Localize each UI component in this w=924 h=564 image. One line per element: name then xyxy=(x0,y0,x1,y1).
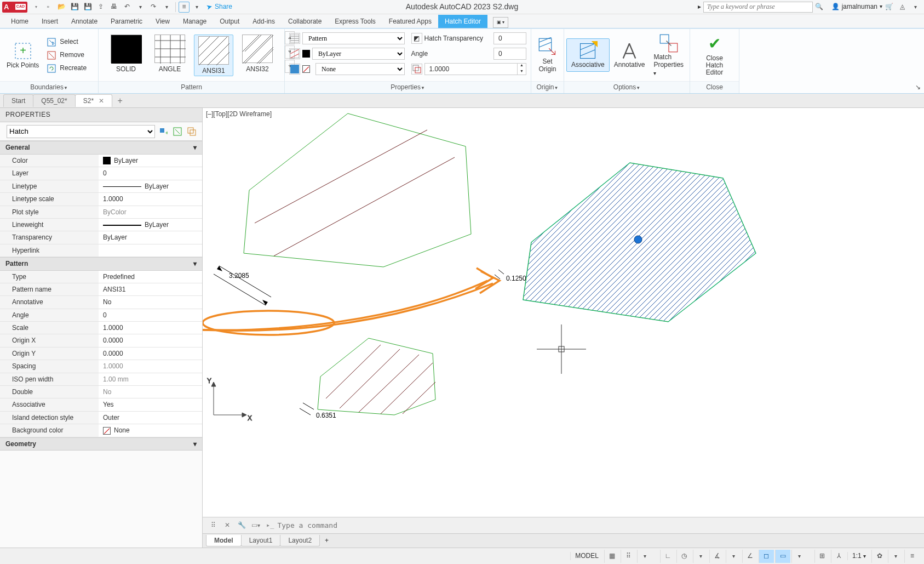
cmd-wrench-icon[interactable]: 🔧 xyxy=(236,520,248,532)
object-type-select[interactable]: Hatch xyxy=(7,125,155,138)
qat-plot-icon[interactable]: 🖶 xyxy=(108,1,120,13)
status-custom-drop[interactable]: ▾ xyxy=(888,550,903,563)
status-polar-drop[interactable]: ▾ xyxy=(693,550,708,563)
menu-tab-hatch-editor[interactable]: Hatch Editor xyxy=(438,15,487,28)
status-annoscale-icon[interactable]: ⅄ xyxy=(831,550,846,563)
pattern-swatch-ansi32[interactable]: ANSI32 xyxy=(238,35,277,76)
select-objects-icon[interactable] xyxy=(171,126,183,138)
prop-row-transparency[interactable]: TransparencyByLayer xyxy=(0,231,202,244)
pattern-swatch-ansi31[interactable]: ANSI31 xyxy=(194,35,233,76)
qat-save-icon[interactable]: 💾 xyxy=(68,1,81,13)
annotative-toggle[interactable]: Annotative xyxy=(610,39,650,71)
transparency-value[interactable]: 0 xyxy=(494,35,507,42)
share-button[interactable]: Share xyxy=(206,3,232,12)
cmd-close-icon[interactable]: ✕ xyxy=(221,520,233,532)
menu-tab-view[interactable]: View xyxy=(149,15,176,28)
layout-tab-layout1[interactable]: Layout1 xyxy=(241,535,281,546)
menu-tab-parametric[interactable]: Parametric xyxy=(104,15,149,28)
prop-row-scale[interactable]: Scale1.0000 xyxy=(0,322,202,334)
toggle-pickadd-icon[interactable]: + xyxy=(157,126,169,138)
status-snap-drop[interactable]: ▾ xyxy=(637,550,652,563)
drawing-canvas[interactable]: [–][Top][2D Wireframe] 3.2085 xyxy=(203,108,924,517)
qat-open-icon[interactable]: 📂 xyxy=(55,1,67,13)
status-osnap-icon[interactable]: ◻ xyxy=(759,550,774,563)
associative-toggle[interactable]: Associative xyxy=(566,38,610,71)
app-dropdown[interactable]: ▾ xyxy=(909,1,921,13)
qat-undo-icon[interactable]: ↶ xyxy=(121,1,133,13)
set-origin-button[interactable]: SetOrigin xyxy=(533,35,562,75)
status-menu-icon[interactable]: ≡ xyxy=(904,550,920,563)
ribbon-display-options[interactable]: ▣ ▾ xyxy=(493,17,508,28)
qat-redo-dropdown[interactable]: ▾ xyxy=(160,1,173,13)
hatch-color-select[interactable]: ByLayer xyxy=(312,48,405,60)
status-ortho-icon[interactable]: ∟ xyxy=(660,550,675,563)
status-otrack-icon[interactable]: ∠ xyxy=(742,550,757,563)
pick-points-button[interactable]: + Pick Points xyxy=(2,39,43,71)
status-model[interactable]: MODEL xyxy=(570,552,603,560)
command-line[interactable]: ⠿ ✕ 🔧 ▭▾ ▸_ xyxy=(203,517,924,533)
file-tab-new[interactable]: + xyxy=(117,95,122,106)
menu-tab-collaborate[interactable]: Collaborate xyxy=(282,15,328,28)
qat-saveas-icon[interactable]: 💾 xyxy=(82,1,94,13)
prop-group-general[interactable]: General▾ xyxy=(0,141,202,154)
prop-row-angle[interactable]: Angle0 xyxy=(0,309,202,322)
qat-workspace-icon[interactable]: ≡ xyxy=(179,2,190,13)
prop-row-iso-pen-width[interactable]: ISO pen width1.00 mm xyxy=(0,373,202,386)
status-annomon-icon[interactable]: ⊞ xyxy=(814,550,830,563)
select-button[interactable]: Select xyxy=(43,36,90,49)
status-polar-icon[interactable]: ◷ xyxy=(676,550,692,563)
status-snap-icon[interactable]: ⠿ xyxy=(621,550,636,563)
status-lwt-icon[interactable]: ▭ xyxy=(775,550,790,563)
angle-value[interactable]: 0 xyxy=(494,50,507,58)
menu-tab-manage[interactable]: Manage xyxy=(176,15,213,28)
file-tab-start[interactable]: Start xyxy=(3,94,33,107)
prop-row-annotative[interactable]: AnnotativeNo xyxy=(0,296,202,309)
pattern-swatch-solid[interactable]: SOLID xyxy=(106,35,146,76)
prop-row-color[interactable]: ColorByLayer xyxy=(0,155,202,168)
prop-row-linetype[interactable]: LinetypeByLayer xyxy=(0,180,202,193)
status-iso-drop[interactable]: ▾ xyxy=(726,550,741,563)
prop-row-hyperlink[interactable]: Hyperlink xyxy=(0,244,202,257)
prop-row-lineweight[interactable]: LineweightByLayer xyxy=(0,219,202,231)
prop-row-island-detection-style[interactable]: Island detection styleOuter xyxy=(0,412,202,424)
status-grid-icon[interactable]: ▦ xyxy=(604,550,619,563)
layout-tab-layout2[interactable]: Layout2 xyxy=(280,535,320,546)
qat-undo-dropdown[interactable]: ▾ xyxy=(134,1,146,13)
layout-tab-model[interactable]: Model xyxy=(206,535,242,546)
status-iso-icon[interactable]: ∡ xyxy=(709,550,725,563)
qat-workspace-dropdown[interactable]: ▾ xyxy=(191,1,203,13)
prop-row-linetype-scale[interactable]: Linetype scale1.0000 xyxy=(0,193,202,206)
scale-value[interactable]: 1.0000 xyxy=(425,65,518,73)
pattern-swatch-angle[interactable]: ANGLE xyxy=(150,35,190,76)
cart-icon[interactable]: 🛒 xyxy=(883,1,895,13)
status-scale[interactable]: 1:1 ▾ xyxy=(847,552,870,560)
menu-tab-featured-apps[interactable]: Featured Apps xyxy=(382,15,438,28)
prop-row-spacing[interactable]: Spacing1.0000 xyxy=(0,360,202,373)
prop-row-type[interactable]: TypePredefined xyxy=(0,271,202,283)
hatch-bg-select[interactable]: None xyxy=(315,63,405,75)
cmd-recent-icon[interactable]: ▭▾ xyxy=(250,520,262,532)
prop-group-geometry[interactable]: Geometry▾ xyxy=(0,437,202,451)
remove-button[interactable]: Remove xyxy=(43,49,90,62)
file-tab-s2[interactable]: S2* ✕ xyxy=(75,94,113,107)
prop-row-origin-x[interactable]: Origin X0.0000 xyxy=(0,334,202,347)
menu-tab-add-ins[interactable]: Add-ins xyxy=(246,15,282,28)
command-input[interactable] xyxy=(276,521,920,530)
quick-select-icon[interactable] xyxy=(186,126,198,138)
prop-row-plot-style[interactable]: Plot styleByColor xyxy=(0,206,202,219)
status-gear-icon[interactable]: ✿ xyxy=(871,550,887,563)
search-input[interactable] xyxy=(703,2,813,13)
close-hatch-editor-button[interactable]: ✔ CloseHatch Editor xyxy=(692,32,737,79)
prop-row-layer[interactable]: Layer0 xyxy=(0,167,202,180)
cmd-customize-icon[interactable]: ⠿ xyxy=(207,520,219,532)
qat-new-icon[interactable]: ▫ xyxy=(42,1,54,13)
menu-tab-home[interactable]: Home xyxy=(4,15,35,28)
match-properties-button[interactable]: MatchProperties ▾ xyxy=(649,31,688,79)
menu-tab-insert[interactable]: Insert xyxy=(35,15,65,28)
app-icon[interactable]: ◬ xyxy=(896,1,908,13)
recreate-button[interactable]: Recreate xyxy=(43,62,90,75)
user-button[interactable]: 👤 jamalnuman ▾ xyxy=(831,3,882,10)
app-menu-dropdown[interactable] xyxy=(29,1,41,13)
layout-tab-new[interactable]: + xyxy=(325,537,329,544)
status-lwt-drop[interactable]: ▾ xyxy=(791,550,807,563)
